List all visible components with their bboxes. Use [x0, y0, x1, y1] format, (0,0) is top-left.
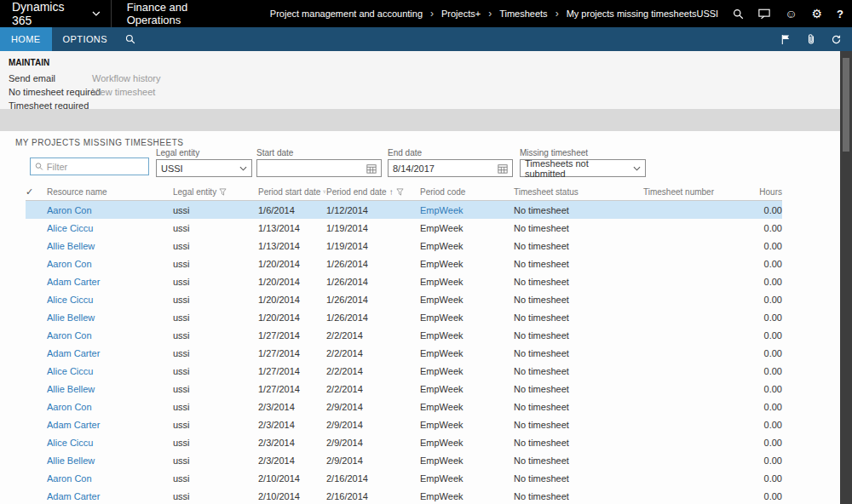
table-row[interactable]: Alice Ciccuussi1/20/20141/26/2014EmpWeek…	[26, 290, 782, 308]
table-row[interactable]: Allie Bellewussi2/3/20142/9/2014EmpWeekN…	[26, 451, 782, 469]
table-row[interactable]: Allie Bellewussi1/27/20142/2/2014EmpWeek…	[26, 380, 782, 398]
calendar-icon[interactable]	[362, 163, 381, 174]
cell-period-start-date: 1/27/2014	[258, 348, 326, 358]
paperclip-icon[interactable]	[806, 33, 816, 45]
combo-value: USSI	[161, 163, 183, 174]
resource-name-link[interactable]: Allie Bellew	[47, 384, 173, 394]
resource-name-link[interactable]: Allie Bellew	[47, 455, 173, 466]
table-row[interactable]: Aaron Conussi1/6/20141/12/2014EmpWeekNo …	[26, 201, 782, 219]
legal-entity-combobox[interactable]: USSI	[156, 159, 252, 177]
column-header-hours[interactable]: Hours	[741, 187, 782, 197]
resource-name-link[interactable]: Aaron Con	[47, 473, 173, 484]
cell-period-end-date: 2/2/2014	[326, 330, 420, 341]
resource-name-link[interactable]: Alice Ciccu	[47, 295, 173, 305]
message-icon[interactable]	[758, 9, 770, 20]
table-row[interactable]: Aaron Conussi2/10/20142/16/2014EmpWeekNo…	[26, 469, 782, 487]
resource-name-link[interactable]: Adam Carter	[47, 277, 173, 287]
refresh-icon[interactable]	[831, 34, 842, 45]
table-row[interactable]: Aaron Conussi1/20/20141/26/2014EmpWeekNo…	[26, 255, 782, 272]
app-name: Dynamics 365	[12, 0, 86, 27]
cell-legal-entity: ussi	[173, 491, 258, 501]
table-row[interactable]: Aaron Conussi1/27/20142/2/2014EmpWeekNo …	[26, 326, 782, 344]
breadcrumb-item[interactable]: Timesheets	[499, 9, 547, 19]
cell-hours: 0.00	[741, 491, 782, 501]
resource-name-link[interactable]: Aaron Con	[47, 205, 173, 215]
resource-name-link[interactable]: Allie Bellew	[47, 241, 173, 251]
field-label: Legal entity	[156, 148, 252, 158]
filter-input[interactable]	[47, 162, 144, 172]
cell-hours: 0.00	[741, 348, 782, 358]
breadcrumb-separator-icon: ›	[556, 9, 559, 19]
table-row[interactable]: Allie Bellewussi1/13/20141/19/2014EmpWee…	[26, 237, 782, 255]
breadcrumb-item[interactable]: Project management and accounting	[270, 9, 423, 19]
company-selector[interactable]: USSI	[696, 9, 718, 19]
breadcrumb-item[interactable]: My projects missing timesheets	[567, 9, 697, 19]
search-icon[interactable]	[733, 9, 744, 20]
flag-icon[interactable]	[780, 34, 792, 45]
cell-period-end-date: 2/9/2014	[326, 438, 420, 448]
send-email-button[interactable]: Send email	[9, 73, 92, 83]
resource-name-link[interactable]: Allie Bellew	[47, 312, 173, 323]
table-row[interactable]: Alice Ciccuussi2/3/20142/9/2014EmpWeekNo…	[26, 433, 782, 451]
column-header-period-start-date[interactable]: Period start date	[258, 187, 326, 197]
column-header-period-end-date[interactable]: Period end date ↑	[326, 187, 420, 197]
module-title[interactable]: Finance and Operations	[112, 1, 258, 26]
workflow-history-button[interactable]: Workflow history	[92, 73, 160, 83]
filter-icon[interactable]	[219, 188, 227, 196]
smiley-icon[interactable]: ☺	[785, 8, 797, 20]
cell-period-code: EmpWeek	[420, 223, 514, 233]
cell-legal-entity: ussi	[173, 366, 258, 376]
resource-name-link[interactable]: Aaron Con	[47, 402, 173, 412]
table-row[interactable]: Adam Carterussi1/20/20141/26/2014EmpWeek…	[26, 272, 782, 290]
cell-period-start-date: 1/27/2014	[258, 384, 326, 394]
tab-options[interactable]: OPTIONS	[52, 27, 118, 51]
table-row[interactable]: Adam Carterussi2/3/20142/9/2014EmpWeekNo…	[26, 415, 782, 433]
table-row[interactable]: Aaron Conussi2/3/20142/9/2014EmpWeekNo t…	[26, 398, 782, 415]
missing-timesheet-combobox[interactable]: Timesheets not submitted	[520, 159, 646, 177]
select-all-header[interactable]: ✓	[26, 186, 47, 198]
table-row[interactable]: Adam Carterussi1/27/20142/2/2014EmpWeekN…	[26, 344, 782, 362]
chevron-down-icon[interactable]	[629, 166, 645, 171]
table-row[interactable]: Adam Carterussi2/10/20142/16/2014EmpWeek…	[26, 487, 782, 504]
help-icon[interactable]: ?	[837, 9, 849, 20]
search-icon[interactable]	[125, 34, 135, 44]
table-row[interactable]: Alice Ciccuussi1/13/20141/19/2014EmpWeek…	[26, 219, 782, 237]
resource-name-link[interactable]: Alice Ciccu	[47, 438, 173, 448]
column-header-timesheet-status[interactable]: Timesheet status	[514, 187, 643, 197]
resource-name-link[interactable]: Adam Carter	[47, 420, 173, 430]
view-timesheet-button[interactable]: View timesheet	[92, 87, 160, 97]
field-label: Start date	[256, 148, 382, 158]
cell-hours: 0.00	[741, 330, 782, 341]
app-launcher[interactable]: Dynamics 365	[0, 0, 111, 27]
tab-home[interactable]: HOME	[0, 27, 52, 51]
cell-period-code: EmpWeek	[420, 241, 514, 251]
end-date-input[interactable]	[393, 163, 493, 174]
start-date-field: Start date	[256, 148, 382, 177]
column-header-legal-entity[interactable]: Legal entity	[173, 187, 258, 197]
breadcrumb-item[interactable]: Projects+	[441, 9, 481, 19]
vertical-scrollbar[interactable]	[840, 51, 852, 504]
resource-name-link[interactable]: Alice Ciccu	[47, 366, 173, 376]
filter-icon[interactable]	[396, 188, 404, 196]
resource-name-link[interactable]: Adam Carter	[47, 491, 173, 501]
chevron-down-icon[interactable]	[235, 166, 251, 171]
calendar-icon[interactable]	[493, 163, 512, 174]
column-header-period-code[interactable]: Period code	[420, 187, 514, 197]
resource-name-link[interactable]: Adam Carter	[47, 348, 173, 358]
column-header-resource-name[interactable]: Resource name	[47, 187, 173, 197]
cell-period-start-date: 2/10/2014	[258, 473, 326, 484]
column-header-timesheet-number[interactable]: Timesheet number	[643, 187, 741, 197]
table-row[interactable]: Alice Ciccuussi1/27/20142/2/2014EmpWeekN…	[26, 362, 782, 380]
cell-period-code: EmpWeek	[420, 312, 514, 323]
table-row[interactable]: Allie Bellewussi1/20/20141/26/2014EmpWee…	[26, 308, 782, 326]
start-date-input[interactable]	[262, 163, 362, 174]
column-label: Timesheet status	[514, 187, 579, 197]
no-timesheet-required-button[interactable]: No timesheet required	[9, 87, 92, 97]
scrollbar-thumb[interactable]	[843, 58, 849, 152]
resource-name-link[interactable]: Alice Ciccu	[47, 223, 173, 233]
gear-icon[interactable]: ⚙	[811, 8, 822, 20]
resource-name-link[interactable]: Aaron Con	[47, 330, 173, 341]
cell-hours: 0.00	[741, 366, 782, 376]
resource-name-link[interactable]: Aaron Con	[47, 259, 173, 269]
cell-hours: 0.00	[741, 402, 782, 412]
